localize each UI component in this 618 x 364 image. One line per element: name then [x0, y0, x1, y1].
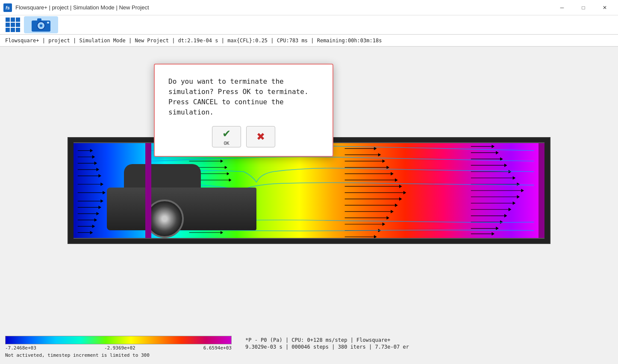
toolbar	[0, 15, 618, 35]
camera-icon	[31, 17, 51, 32]
colorbar-min-label: -7.2468e+03	[5, 345, 36, 351]
titlebar-title: Flowsquare+ | project | Simulation Mode …	[15, 4, 149, 11]
main-content: Do you want to terminate the simulation?…	[0, 47, 618, 334]
ok-label: OK	[224, 141, 229, 146]
dialog-message: Do you want to terminate the simulation?…	[168, 76, 309, 117]
status-right: *P - P0 (Pa) | CPU: 0+128 ms/step | Flow…	[238, 337, 613, 350]
svg-point-3	[40, 24, 42, 27]
titlebar: fs Flowsquare+ | project | Simulation Mo…	[0, 0, 618, 15]
colorbar-mid-label: -2.9369e+02	[104, 345, 135, 351]
status-bottom: -7.2468e+03 -2.9369e+02 6.6594e+03 *P - …	[0, 334, 618, 364]
status-bar-top: Flowsquare+ | project | Simulation Mode …	[0, 35, 618, 47]
colorbar-max-label: 6.6594e+03	[203, 345, 232, 351]
camera-icon-button[interactable]	[24, 16, 58, 33]
status-top-text: Flowsquare+ | project | Simulation Mode …	[5, 38, 382, 44]
svg-rect-5	[47, 22, 49, 23]
maximize-button[interactable]: □	[574, 0, 593, 15]
grid-icon-button[interactable]	[3, 16, 22, 33]
cross-icon: ✖	[256, 131, 265, 143]
status-line1: *P - P0 (Pa) | CPU: 0+128 ms/step | Flow…	[245, 337, 613, 343]
terminate-dialog: Do you want to terminate the simulation?…	[154, 64, 333, 157]
bottom-note: Not activeted, timestep increment is lim…	[5, 352, 613, 358]
ok-button[interactable]: ✔ OK	[212, 126, 241, 147]
dialog-overlay: Do you want to terminate the simulation?…	[0, 47, 618, 334]
titlebar-left: fs Flowsquare+ | project | Simulation Mo…	[3, 3, 149, 12]
colorbar-row: -7.2468e+03 -2.9369e+02 6.6594e+03 *P - …	[5, 336, 613, 351]
app-icon: fs	[3, 3, 12, 12]
close-button[interactable]: ✕	[595, 0, 615, 15]
grid-icon	[6, 18, 20, 32]
minimize-button[interactable]: ─	[552, 0, 572, 15]
colorbar	[5, 336, 232, 344]
svg-rect-4	[37, 18, 41, 21]
cancel-button[interactable]: ✖	[246, 126, 275, 147]
status-line2: 9.3029e-03 s | 000046 steps | 380 iters …	[245, 344, 613, 350]
titlebar-controls: ─ □ ✕	[552, 0, 615, 15]
checkmark-icon: ✔	[222, 128, 231, 140]
colorbar-labels: -7.2468e+03 -2.9369e+02 6.6594e+03	[5, 345, 232, 351]
dialog-buttons: ✔ OK ✖	[212, 126, 275, 147]
